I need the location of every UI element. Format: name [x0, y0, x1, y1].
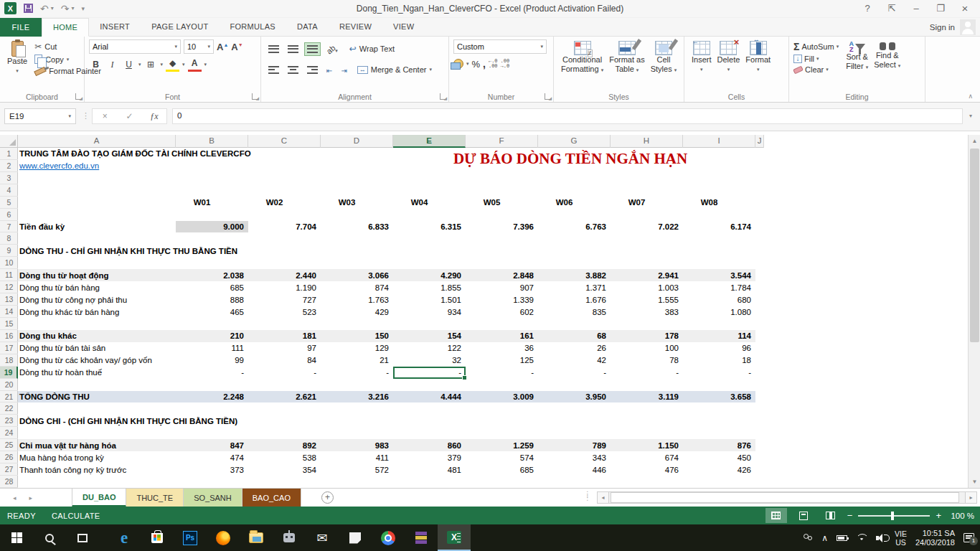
row-header-7[interactable]: 7 [0, 221, 18, 233]
cell-I7[interactable]: 6.174 [683, 221, 755, 233]
cell-I11[interactable]: 3.544 [683, 269, 755, 281]
cell-C25[interactable]: 892 [248, 439, 321, 451]
cell-C17[interactable]: 97 [248, 342, 321, 354]
name-box[interactable]: E19▾ [4, 108, 76, 124]
bold-button[interactable]: B [89, 57, 103, 72]
collapse-ribbon-icon[interactable]: ∧ [968, 93, 973, 100]
cell-G19[interactable]: - [538, 367, 611, 379]
cell-C13[interactable]: 727 [248, 293, 321, 306]
select-all-corner[interactable] [0, 135, 18, 148]
sort-filter-button[interactable]: AZ Sort &Filter ▾ [843, 39, 871, 90]
cell-H16[interactable]: 178 [611, 330, 683, 342]
row-header-2[interactable]: 2 [0, 160, 18, 172]
decrease-indent-button[interactable]: ⇤ [324, 60, 335, 79]
cell-B19[interactable]: - [176, 367, 248, 379]
column-header-C[interactable]: C [248, 135, 321, 148]
fill-button[interactable]: ↓Fill▾ [793, 55, 839, 63]
sign-in[interactable]: Sign in [930, 19, 976, 35]
robot-app-taskbar-button[interactable] [273, 524, 306, 551]
bottom-align-button[interactable] [304, 42, 321, 56]
cell-F19[interactable]: - [466, 367, 538, 379]
cell-I5[interactable]: W08 [683, 197, 755, 209]
edge-taskbar-button[interactable]: e [108, 524, 141, 551]
underline-caret-icon[interactable]: ▾ [138, 62, 141, 67]
cell-I19[interactable]: - [683, 367, 755, 379]
cell-C16[interactable]: 181 [248, 330, 321, 342]
shrink-font-button[interactable]: A▼ [231, 42, 242, 52]
row-header-6[interactable]: 6 [0, 209, 18, 221]
row-header-3[interactable]: 3 [0, 172, 18, 184]
row-header-18[interactable]: 18 [0, 354, 18, 367]
row-header-23[interactable]: 23 [0, 415, 18, 427]
cell-B21[interactable]: 2.248 [176, 391, 248, 403]
new-sheet-button[interactable]: + [321, 491, 334, 504]
cell-F13[interactable]: 1.339 [466, 293, 538, 306]
store-taskbar-button[interactable] [141, 524, 174, 551]
insert-cells-button[interactable]: Insert▾ [689, 39, 715, 90]
cell-G27[interactable]: 446 [538, 463, 611, 476]
cell-I17[interactable]: 96 [683, 342, 755, 354]
people-tray-icon[interactable] [803, 534, 813, 542]
row-header-27[interactable]: 27 [0, 463, 18, 476]
cell-B11[interactable]: 2.038 [176, 269, 248, 281]
sheet-body[interactable]: DỰ BÁO DÒNG TIỀN NGẮN HẠN TRUNG TÂM ĐÀO … [18, 148, 764, 488]
increase-indent-button[interactable]: ⇥ [338, 60, 349, 79]
clear-button[interactable]: Clear▾ [793, 65, 839, 74]
restore-button[interactable]: ❐ [928, 0, 953, 17]
column-header-G[interactable]: G [538, 135, 611, 148]
cell-F18[interactable]: 125 [466, 354, 538, 367]
cell-C21[interactable]: 2.621 [248, 391, 321, 403]
sheet-tab-so_sanh[interactable]: SO_SANH [184, 489, 242, 507]
sheet-tab-bao_cao[interactable]: BAO_CAO [242, 489, 301, 507]
tab-view[interactable]: VIEW [382, 18, 425, 37]
cell-E5[interactable]: W04 [393, 197, 466, 209]
align-center-button[interactable] [285, 63, 301, 77]
cell-F11[interactable]: 2.848 [466, 269, 538, 281]
cell-A2[interactable]: www.clevercfo.edu.vn [19, 160, 464, 172]
cell-C27[interactable]: 354 [248, 463, 321, 476]
minimize-button[interactable]: – [904, 0, 928, 17]
font-color-button[interactable]: A [188, 57, 202, 72]
increase-decimal-button[interactable]: ←.0.00 [489, 59, 498, 69]
cell-D25[interactable]: 983 [321, 439, 393, 451]
scroll-down-icon[interactable]: ▼ [969, 476, 980, 488]
cell-F12[interactable]: 907 [466, 281, 538, 293]
firefox-taskbar-button[interactable] [207, 524, 240, 551]
cell-D18[interactable]: 21 [321, 354, 393, 367]
cell-H7[interactable]: 7.022 [611, 221, 683, 233]
row-header-24[interactable]: 24 [0, 427, 18, 439]
row-header-17[interactable]: 17 [0, 342, 18, 354]
cell-D19[interactable]: - [321, 367, 393, 379]
row-header-15[interactable]: 15 [0, 318, 18, 330]
wifi-icon[interactable] [856, 534, 867, 542]
font-dialog-launcher-icon[interactable] [252, 93, 258, 100]
tab-page-layout[interactable]: PAGE LAYOUT [141, 18, 219, 37]
borders-button[interactable]: ⊞ [144, 57, 158, 72]
cell-E27[interactable]: 481 [393, 463, 466, 476]
row-header-19[interactable]: 19 [0, 367, 18, 379]
row-header-21[interactable]: 21 [0, 391, 18, 403]
action-center-icon[interactable]: 1 [963, 533, 974, 542]
cell-F21[interactable]: 3.009 [466, 391, 538, 403]
row-header-8[interactable]: 8 [0, 233, 18, 245]
row-header-26[interactable]: 26 [0, 451, 18, 463]
underline-button[interactable]: U [122, 57, 136, 72]
row-header-12[interactable]: 12 [0, 281, 18, 293]
cell-E17[interactable]: 122 [393, 342, 466, 354]
ribbon-display-options-button[interactable]: ⇱ [880, 0, 904, 17]
cell-B16[interactable]: 210 [176, 330, 248, 342]
cell-F7[interactable]: 7.396 [466, 221, 538, 233]
cell-I14[interactable]: 1.080 [683, 306, 755, 318]
zoom-in-button[interactable]: + [936, 510, 941, 521]
horizontal-scroll-thumb[interactable] [611, 492, 959, 503]
cell-F5[interactable]: W05 [466, 197, 538, 209]
battery-icon[interactable] [837, 535, 847, 541]
cell-I27[interactable]: 426 [683, 463, 755, 476]
show-hidden-icons-chevron[interactable]: ∧ [821, 533, 828, 543]
tab-file[interactable]: FILE [0, 18, 42, 37]
cell-C14[interactable]: 523 [248, 306, 321, 318]
row-header-5[interactable]: 5 [0, 197, 18, 209]
cell-G5[interactable]: W06 [538, 197, 611, 209]
zoom-slider[interactable] [858, 515, 930, 517]
cell-C11[interactable]: 2.440 [248, 269, 321, 281]
